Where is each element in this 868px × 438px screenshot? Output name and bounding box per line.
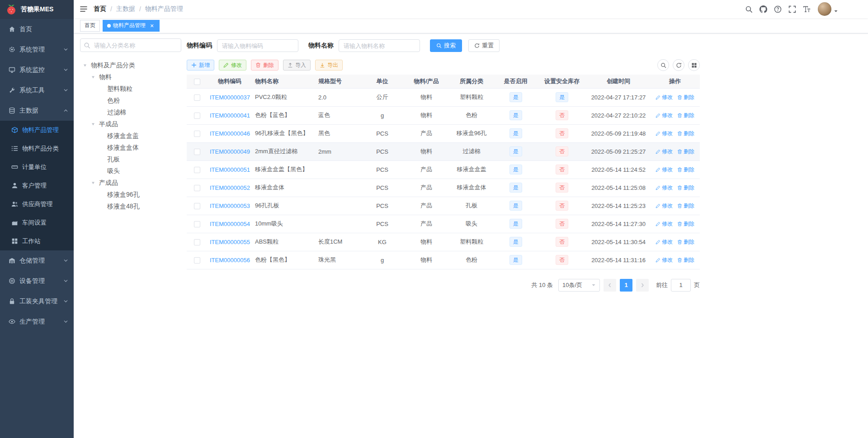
row-edit-link[interactable]: 修改 — [656, 256, 673, 264]
tab-home[interactable]: 首页 — [80, 20, 100, 32]
row-checkbox[interactable] — [194, 203, 200, 209]
delete-button[interactable]: 删除 — [251, 60, 278, 71]
row-edit-link[interactable]: 修改 — [656, 112, 673, 119]
row-checkbox[interactable] — [194, 221, 200, 227]
item-code-link[interactable]: ITEM00000051 — [210, 166, 250, 173]
prev-page-button[interactable] — [604, 279, 616, 292]
row-edit-link[interactable]: 修改 — [656, 148, 673, 155]
row-delete-link[interactable]: 删除 — [677, 148, 694, 155]
refresh-button[interactable] — [673, 59, 684, 71]
tree-node[interactable]: 物料 — [80, 71, 181, 83]
tree-node[interactable]: 移液盒48孔 — [80, 201, 181, 212]
row-delete-link[interactable]: 删除 — [677, 238, 694, 246]
tree-node[interactable]: 塑料颗粒 — [80, 83, 181, 95]
user-menu[interactable] — [818, 2, 838, 16]
row-delete-link[interactable]: 删除 — [677, 184, 694, 192]
row-delete-link[interactable]: 删除 — [677, 130, 694, 137]
sidebar-item-home[interactable]: 首页 — [0, 19, 74, 39]
item-code-link[interactable]: ITEM00000049 — [210, 148, 250, 155]
category-search-input[interactable] — [80, 38, 181, 52]
toggle-search-button[interactable] — [657, 59, 669, 71]
tree-node[interactable]: 色粉 — [80, 95, 181, 107]
row-edit-link[interactable]: 修改 — [656, 238, 673, 246]
sidebar-item-monitor[interactable]: 系统监控 — [0, 60, 74, 80]
sidebar-item-workstation[interactable]: 工作站 — [0, 232, 74, 250]
tree-node[interactable]: 物料及产品分类 — [80, 60, 181, 71]
sidebar-item-system[interactable]: 系统管理 — [0, 39, 74, 60]
tree-node[interactable]: 吸头 — [80, 165, 181, 177]
item-code-link[interactable]: ITEM00000054 — [210, 221, 250, 227]
reset-button[interactable]: 重置 — [468, 39, 500, 52]
page-number-1[interactable]: 1 — [620, 279, 632, 292]
tree-node[interactable]: 移液盒96孔 — [80, 189, 181, 201]
sidebar-item-fixture[interactable]: 工装夹具管理 — [0, 291, 74, 311]
export-button[interactable]: 导出 — [315, 60, 343, 71]
breadcrumb-item[interactable]: 主数据 — [116, 5, 135, 13]
select-all-checkbox[interactable] — [194, 79, 200, 85]
row-edit-link[interactable]: 修改 — [656, 94, 673, 101]
row-checkbox[interactable] — [194, 257, 200, 264]
item-code-link[interactable]: ITEM00000053 — [210, 203, 250, 209]
add-button[interactable]: 新增 — [187, 60, 214, 71]
item-code-link[interactable]: ITEM00000056 — [210, 257, 250, 264]
import-button[interactable]: 导入 — [283, 60, 311, 71]
sidebar-item-supplier[interactable]: 供应商管理 — [0, 195, 74, 213]
tree-node[interactable]: 过滤棉 — [80, 107, 181, 118]
fullscreen-icon[interactable] — [785, 2, 799, 16]
row-checkbox[interactable] — [194, 239, 200, 245]
next-page-button[interactable] — [636, 279, 649, 292]
tree-node[interactable]: 产成品 — [80, 177, 181, 189]
row-checkbox[interactable] — [194, 131, 200, 137]
sidebar-item-warehouse[interactable]: 仓储管理 — [0, 250, 74, 271]
item-code-link[interactable]: ITEM00000041 — [210, 112, 250, 119]
row-checkbox[interactable] — [194, 94, 200, 101]
item-code-link[interactable]: ITEM00000055 — [210, 239, 250, 245]
row-checkbox[interactable] — [194, 167, 200, 173]
row-delete-link[interactable]: 删除 — [677, 112, 694, 119]
breadcrumb-item[interactable]: 首页 — [94, 5, 106, 13]
tree-expand-icon[interactable] — [91, 75, 99, 80]
row-edit-link[interactable]: 修改 — [656, 130, 673, 137]
item-code-link[interactable]: ITEM00000046 — [210, 130, 250, 137]
tree-node[interactable]: 半成品 — [80, 118, 181, 130]
row-delete-link[interactable]: 删除 — [677, 94, 694, 101]
close-icon[interactable]: × — [149, 23, 155, 29]
row-checkbox[interactable] — [194, 149, 200, 155]
item-code-link[interactable]: ITEM00000052 — [210, 184, 250, 191]
row-delete-link[interactable]: 删除 — [677, 256, 694, 264]
header-search-icon[interactable] — [742, 2, 755, 16]
sidebar-item-equipment[interactable]: 设备管理 — [0, 271, 74, 291]
search-button[interactable]: 搜索 — [430, 39, 462, 52]
row-edit-link[interactable]: 修改 — [656, 184, 673, 192]
sidebar-item-master-data[interactable]: 主数据 — [0, 100, 74, 121]
goto-page-input[interactable] — [671, 279, 691, 292]
help-icon[interactable] — [771, 2, 784, 16]
font-size-icon[interactable] — [800, 2, 813, 16]
sidebar-item-tools[interactable]: 系统工具 — [0, 80, 74, 100]
sidebar-item-production[interactable]: 生产管理 — [0, 311, 74, 332]
sidebar-item-material-product[interactable]: 物料产品管理 — [0, 121, 74, 139]
hamburger-icon[interactable] — [74, 0, 94, 18]
tree-node[interactable]: 移液盒盒盖 — [80, 130, 181, 142]
tree-expand-icon[interactable] — [83, 63, 91, 68]
row-edit-link[interactable]: 修改 — [656, 166, 673, 174]
sidebar-item-measure-unit[interactable]: 计量单位 — [0, 158, 74, 176]
app-logo[interactable]: 苦糖果MES — [0, 0, 74, 19]
sidebar-item-customer[interactable]: 客户管理 — [0, 176, 74, 195]
github-icon[interactable] — [756, 2, 770, 16]
sidebar-item-material-category[interactable]: 物料产品分类 — [0, 139, 74, 158]
tree-node[interactable]: 孔板 — [80, 154, 181, 165]
name-filter-input[interactable] — [339, 39, 420, 52]
tree-node[interactable]: 移液盒盒体 — [80, 142, 181, 154]
row-checkbox[interactable] — [194, 113, 200, 119]
sidebar-item-workshop[interactable]: 车间设置 — [0, 213, 74, 232]
page-size-select[interactable]: 10条/页 — [558, 279, 600, 292]
row-delete-link[interactable]: 删除 — [677, 220, 694, 228]
columns-button[interactable] — [688, 59, 700, 71]
tree-expand-icon[interactable] — [91, 122, 99, 127]
row-delete-link[interactable]: 删除 — [677, 166, 694, 174]
tab-material-product[interactable]: 物料产品管理× — [103, 20, 160, 32]
tree-expand-icon[interactable] — [91, 181, 99, 185]
row-edit-link[interactable]: 修改 — [656, 202, 673, 210]
edit-button[interactable]: 修改 — [219, 60, 246, 71]
